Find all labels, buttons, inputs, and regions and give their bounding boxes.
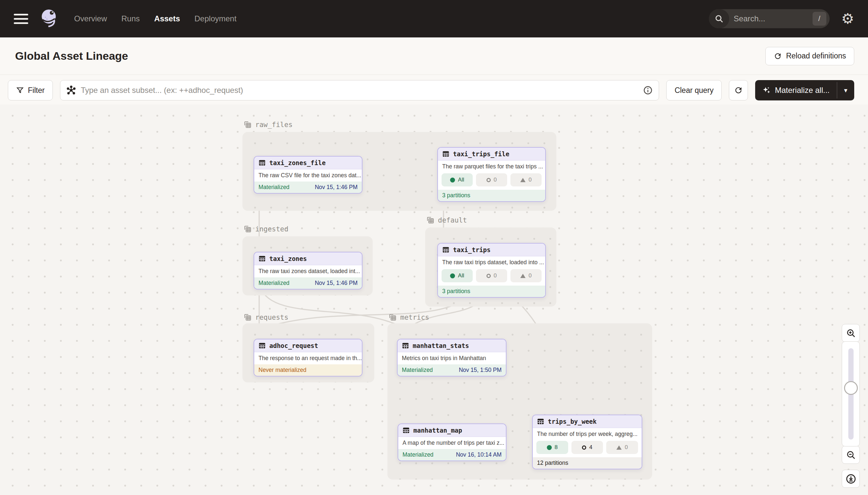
partition-count: 3 partitions — [442, 288, 471, 295]
partitions-failed-badge[interactable]: 0 — [510, 269, 542, 282]
partitions-missing-badge[interactable]: 4 — [571, 441, 603, 454]
page-header: Global Asset Lineage Reload definitions — [0, 37, 868, 75]
materialization-timestamp[interactable]: Nov 16, 10:14 AM — [456, 451, 501, 458]
status-badge: Materialized — [259, 280, 289, 287]
menu-icon[interactable] — [14, 14, 28, 24]
partition-count: 3 partitions — [442, 192, 471, 199]
lineage-canvas[interactable]: raw_files ingested default requests metr… — [0, 104, 868, 495]
table-icon — [442, 246, 449, 253]
reload-definitions-button[interactable]: Reload definitions — [765, 47, 854, 65]
partition-health-badges: 8 4 0 — [533, 440, 642, 457]
asset-node-manhattan-map[interactable]: manhattan_map A map of the number of tri… — [397, 424, 507, 461]
dagster-logo-icon[interactable] — [38, 5, 62, 33]
missing-ring-icon — [486, 178, 491, 182]
failed-triangle-icon — [616, 445, 622, 450]
info-icon[interactable] — [643, 85, 653, 95]
partitions-missing-badge[interactable]: 0 — [476, 269, 507, 282]
nav-link-overview[interactable]: Overview — [74, 14, 107, 23]
nav-link-runs[interactable]: Runs — [121, 14, 140, 23]
partitions-failed-badge[interactable]: 0 — [510, 173, 542, 186]
partitions-missing-badge[interactable]: 0 — [476, 173, 507, 186]
zoom-slider-handle[interactable] — [844, 381, 858, 395]
materialize-options-caret[interactable]: ▾ — [837, 80, 854, 100]
table-icon — [537, 418, 544, 425]
clear-query-label: Clear query — [674, 86, 713, 95]
partitions-failed-badge[interactable]: 0 — [606, 441, 638, 454]
asset-graph-icon — [66, 85, 76, 95]
group-label-raw-files[interactable]: raw_files — [243, 120, 293, 129]
table-icon — [259, 342, 266, 349]
partition-health-badges: All 0 0 — [438, 173, 545, 190]
page-title: Global Asset Lineage — [15, 50, 128, 62]
refresh-icon — [774, 52, 782, 61]
materialize-all-split-button: Materialize all... ▾ — [755, 80, 854, 100]
partition-count: 12 partitions — [537, 460, 568, 466]
asset-node-taxi-zones-file[interactable]: taxi_zones_file The raw CSV file for the… — [253, 156, 362, 194]
partition-health-badges: All 0 0 — [438, 269, 545, 286]
global-search[interactable]: Search... / — [709, 9, 830, 28]
filter-label: Filter — [28, 86, 45, 95]
settings-gear-icon[interactable]: ⚙ — [842, 12, 854, 26]
missing-ring-icon — [582, 445, 586, 450]
asset-node-taxi-trips-file[interactable]: taxi_trips_file The raw parquet files fo… — [437, 147, 546, 202]
download-image-button[interactable] — [842, 470, 860, 488]
group-label-ingested[interactable]: ingested — [243, 224, 288, 233]
top-nav: Overview Runs Assets Deployment Search..… — [0, 0, 868, 37]
asset-query-input[interactable] — [81, 86, 638, 95]
asset-query-inputwrap — [60, 80, 659, 100]
lineage-toolbar: Filter Clear query Material — [0, 75, 868, 104]
status-badge: Materialized — [403, 451, 433, 458]
status-badge: Materialized — [402, 366, 433, 374]
group-label-requests[interactable]: requests — [243, 313, 288, 322]
materialization-timestamp[interactable]: Nov 15, 1:46 PM — [315, 280, 358, 287]
reload-definitions-label: Reload definitions — [786, 52, 846, 61]
failed-triangle-icon — [520, 178, 526, 182]
status-badge: Materialized — [259, 184, 289, 191]
search-icon — [709, 9, 729, 28]
partitions-materialized-badge[interactable]: All — [442, 173, 473, 186]
nav-link-assets[interactable]: Assets — [154, 14, 180, 23]
asset-node-taxi-zones[interactable]: taxi_zones The raw taxi zones dataset, l… — [253, 252, 362, 290]
materialize-all-label: Materialize all... — [775, 86, 830, 95]
caret-down-icon: ▾ — [844, 86, 847, 94]
asset-node-trips-by-week[interactable]: trips_by_week The number of trips per we… — [532, 414, 642, 470]
group-label-metrics[interactable]: metrics — [388, 313, 429, 322]
asset-node-manhattan-stats[interactable]: manhattan_stats Metrics on taxi trips in… — [397, 339, 507, 376]
never-materialized-label: Never materialized — [259, 366, 306, 374]
table-icon — [259, 159, 266, 167]
clear-query-button[interactable]: Clear query — [666, 80, 722, 100]
materialization-timestamp[interactable]: Nov 15, 1:50 PM — [459, 366, 501, 374]
zoom-out-button[interactable] — [842, 446, 860, 464]
asset-node-adhoc-request[interactable]: adhoc_request The response to an request… — [253, 339, 362, 376]
partitions-materialized-badge[interactable]: All — [442, 269, 473, 282]
group-label-default[interactable]: default — [426, 216, 467, 224]
table-icon — [259, 255, 266, 262]
table-icon — [403, 427, 410, 434]
search-shortcut-key: / — [813, 12, 826, 25]
materialized-dot-icon — [450, 273, 455, 278]
table-icon — [402, 342, 409, 349]
missing-ring-icon — [486, 274, 491, 278]
filter-funnel-icon — [16, 86, 24, 94]
nav-links: Overview Runs Assets Deployment — [74, 14, 236, 23]
filter-button[interactable]: Filter — [8, 80, 53, 100]
zoom-controls — [842, 324, 860, 488]
failed-triangle-icon — [520, 274, 526, 278]
zoom-in-button[interactable] — [842, 324, 860, 342]
materialized-dot-icon — [450, 177, 455, 183]
zoom-slider[interactable] — [842, 341, 860, 446]
search-placeholder: Search... — [729, 14, 813, 23]
refresh-graph-button[interactable] — [729, 80, 748, 100]
materialized-dot-icon — [547, 445, 552, 450]
materialize-all-button[interactable]: Materialize all... — [755, 80, 837, 100]
table-icon — [442, 150, 449, 157]
nav-link-deployment[interactable]: Deployment — [195, 14, 236, 23]
sparkle-icon — [762, 86, 771, 95]
asset-node-taxi-trips[interactable]: taxi_trips The raw taxi trips dataset, l… — [437, 243, 546, 298]
partitions-materialized-badge[interactable]: 8 — [536, 441, 568, 454]
materialization-timestamp[interactable]: Nov 15, 1:46 PM — [315, 184, 358, 191]
